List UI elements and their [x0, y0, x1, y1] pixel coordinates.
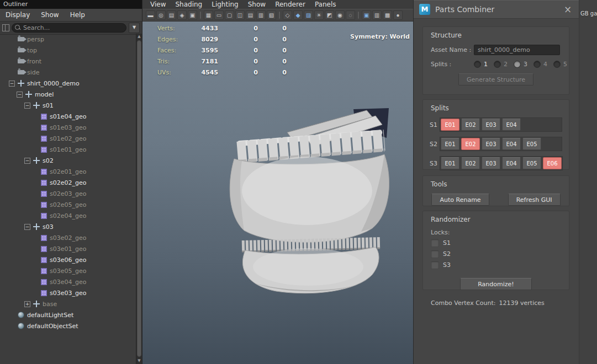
isolate-select-icon[interactable]: ▣ — [362, 10, 371, 20]
outliner-search-input[interactable] — [12, 23, 126, 33]
textured-mode-icon[interactable]: ▨ — [304, 10, 313, 20]
viewport-menu-item[interactable]: Shading — [175, 1, 202, 8]
search-filter-dropdown[interactable]: ▼ — [129, 23, 140, 33]
split-button-s1-e01[interactable]: E01 — [441, 119, 459, 131]
field-chart-icon[interactable]: ▤ — [246, 10, 255, 20]
camera-attributes-icon[interactable]: ▤ — [167, 10, 176, 20]
split-button-s1-e03[interactable]: E03 — [482, 119, 500, 131]
scroll-up-icon[interactable]: ▲ — [136, 34, 142, 40]
outliner-menu-item[interactable]: Help — [70, 11, 85, 19]
resolution-gate-icon[interactable]: ▢ — [225, 10, 234, 20]
split-button-s2-e02[interactable]: E02 — [461, 138, 480, 150]
split-button-s3-e05[interactable]: E05 — [522, 157, 541, 169]
split-button-s3-e06[interactable]: E06 — [543, 157, 562, 169]
parts-combiner-titlebar[interactable]: M Parts Combiner × — [414, 0, 579, 19]
outliner-item-s01e04_geo[interactable]: s01e04_geo — [0, 111, 136, 122]
safe-action-icon[interactable]: ▥ — [256, 10, 266, 20]
split-button-s1-e04[interactable]: E04 — [502, 119, 521, 131]
outliner-item-model[interactable]: − model — [0, 89, 136, 100]
wireframe-icon[interactable]: ◇ — [283, 10, 292, 20]
outliner-menu-item[interactable]: Show — [41, 11, 59, 19]
outliner-item-s02e05_geo[interactable]: s02e05_geo — [0, 199, 136, 210]
lock-checkbox-row[interactable]: S2 — [431, 250, 562, 258]
randomize-button[interactable]: Randomize! — [460, 278, 532, 290]
generate-structure-button[interactable]: Generate Structure — [458, 73, 533, 85]
scroll-down-icon[interactable]: ▼ — [136, 358, 142, 364]
outliner-item-defaultObjectSet[interactable]: defaultObjectSet — [0, 320, 136, 331]
outliner-item-s03e06_geo[interactable]: s03e06_geo — [0, 254, 136, 265]
lock-checkbox-row[interactable]: S1 — [431, 239, 562, 247]
separator[interactable] — [279, 12, 280, 19]
shadows-icon[interactable]: ◩ — [325, 10, 334, 20]
split-button-s3-e02[interactable]: E02 — [461, 157, 480, 169]
viewport-menu-item[interactable]: Panels — [315, 1, 336, 8]
motion-blur-icon[interactable]: ◌ — [346, 10, 355, 20]
expander-icon[interactable]: − — [24, 224, 30, 230]
splits-radio-5[interactable]: 5 — [553, 61, 567, 68]
viewport-3d-canvas[interactable]: Verts: 4433 0 0 Edges: 8029 0 0 Faces: 3… — [142, 22, 413, 364]
viewport-menu-item[interactable]: Show — [248, 1, 266, 8]
split-button-s2-e03[interactable]: E03 — [482, 138, 500, 150]
safe-title-icon[interactable]: ▧ — [267, 10, 276, 20]
expander-icon[interactable]: − — [24, 103, 30, 109]
outliner-item-s03e03_geo[interactable]: s03e03_geo — [0, 287, 136, 298]
viewport-menu-item[interactable]: Lighting — [212, 1, 239, 8]
xray-icon[interactable]: ▥ — [372, 10, 382, 20]
split-button-s3-e04[interactable]: E04 — [502, 157, 521, 169]
asset-name-field[interactable] — [474, 45, 560, 55]
outliner-item-persp[interactable]: persp — [0, 34, 136, 45]
outliner-item-defaultLightSet[interactable]: defaultLightSet — [0, 309, 136, 320]
outliner-item-base[interactable]: + base — [0, 298, 136, 309]
panel-layout-icon[interactable] — [2, 24, 9, 31]
outliner-item-s02e03_geo[interactable]: s02e03_geo — [0, 188, 136, 199]
outliner-scrollbar[interactable]: ▲ ▼ — [136, 34, 142, 364]
split-button-s2-e01[interactable]: E01 — [441, 138, 459, 150]
separator[interactable] — [358, 12, 359, 19]
outliner-item-s02e01_geo[interactable]: s02e01_geo — [0, 166, 136, 177]
outliner-item-top[interactable]: top — [0, 45, 136, 56]
wireframe-on-shaded-icon[interactable]: ▩ — [383, 10, 392, 20]
viewport-menu-item[interactable]: View — [150, 1, 166, 8]
splits-radio-1[interactable]: 1 — [474, 61, 488, 68]
outliner-item-s03[interactable]: − s03 — [0, 221, 136, 232]
close-icon[interactable]: × — [562, 4, 573, 15]
separator[interactable] — [200, 12, 201, 19]
auto-rename-button[interactable]: Auto Rename — [431, 194, 489, 206]
outliner-item-s03e02_geo[interactable]: s03e02_geo — [0, 232, 136, 243]
outliner-item-s01[interactable]: − s01 — [0, 100, 136, 111]
splits-radio-3[interactable]: 3 — [514, 61, 527, 68]
outliner-item-side[interactable]: side — [0, 67, 136, 78]
outliner-item-s02e04_geo[interactable]: s02e04_geo — [0, 210, 136, 221]
splits-radio-2[interactable]: 2 — [494, 61, 508, 68]
outliner-item-s01e02_geo[interactable]: s01e02_geo — [0, 133, 136, 144]
outliner-item-front[interactable]: front — [0, 56, 136, 67]
expander-icon[interactable]: + — [24, 301, 30, 307]
lock-checkbox-row[interactable]: S3 — [431, 261, 562, 269]
outliner-item-s03e05_geo[interactable]: s03e05_geo — [0, 265, 136, 276]
expander-icon[interactable]: − — [17, 92, 23, 98]
split-button-s2-e05[interactable]: E05 — [522, 138, 541, 150]
outliner-item-s03e01_geo[interactable]: s03e01_geo — [0, 243, 136, 254]
look-through-selected-icon[interactable]: ◎ — [156, 10, 166, 20]
default-material-icon[interactable]: ● — [393, 10, 403, 20]
image-plane-icon[interactable]: ▬ — [146, 10, 155, 20]
ambient-occlusion-icon[interactable]: ◉ — [335, 10, 345, 20]
expander-icon[interactable]: − — [24, 158, 30, 164]
2d-pan-zoom-icon[interactable]: ▣ — [188, 10, 197, 20]
scrollbar-thumb[interactable] — [137, 40, 141, 357]
outliner-item-s03e04_geo[interactable]: s03e04_geo — [0, 276, 136, 287]
viewport-menu-item[interactable]: Renderer — [275, 1, 305, 8]
bookmark-icon[interactable]: ◈ — [177, 10, 187, 20]
outliner-item-s02[interactable]: − s02 — [0, 155, 136, 166]
outliner-item-shirt_0000_demo[interactable]: − shirt_0000_demo — [0, 78, 136, 89]
split-button-s3-e03[interactable]: E03 — [482, 157, 500, 169]
split-button-s2-e04[interactable]: E04 — [502, 138, 521, 150]
grid-icon[interactable]: ▦ — [204, 10, 213, 20]
shaded-mode-icon[interactable]: ◆ — [293, 10, 303, 20]
outliner-item-s02e02_geo[interactable]: s02e02_geo — [0, 177, 136, 188]
split-button-s1-e02[interactable]: E02 — [461, 119, 480, 131]
gate-mask-icon[interactable]: ◫ — [235, 10, 245, 20]
outliner-menu-item[interactable]: Display — [6, 11, 30, 19]
use-all-lights-icon[interactable]: ☀ — [314, 10, 324, 20]
outliner-item-s01e01_geo[interactable]: s01e01_geo — [0, 144, 136, 155]
